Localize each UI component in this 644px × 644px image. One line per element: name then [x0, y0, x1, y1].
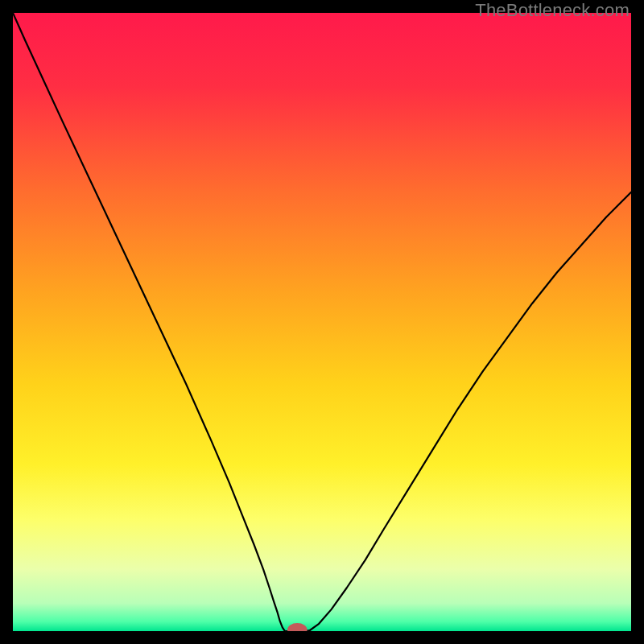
watermark-text: TheBottleneck.com	[475, 0, 630, 21]
gradient-rect	[13, 13, 631, 631]
plot-frame	[13, 13, 631, 631]
bottleneck-chart	[13, 13, 631, 631]
